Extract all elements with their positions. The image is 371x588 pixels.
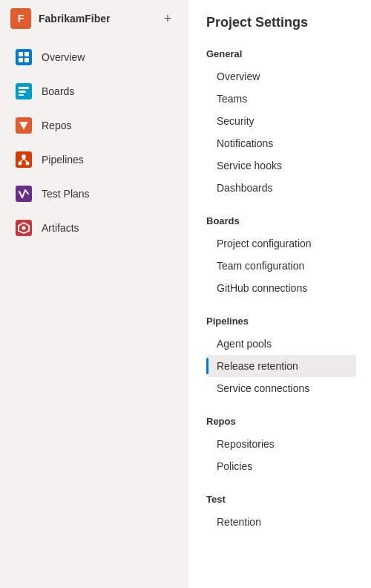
settings-item-notifications[interactable]: Notifications [206,132,356,154]
svg-point-19 [22,226,26,230]
svg-rect-10 [16,151,32,168]
settings-item-project-config[interactable]: Project configuration [206,232,356,255]
pipelines-icon [15,151,33,169]
section-pipelines: Pipelines Agent pools Release retention … [206,313,356,399]
sidebar-item-overview[interactable]: Overview [4,41,184,74]
testplans-icon [15,185,33,203]
svg-rect-7 [19,91,26,93]
svg-rect-0 [16,49,32,65]
settings-item-security[interactable]: Security [206,110,356,132]
add-project-button[interactable]: + [157,8,178,29]
svg-point-11 [22,154,26,159]
section-test: Test Retention [206,491,356,533]
settings-item-teams[interactable]: Teams [206,88,356,110]
sidebar-item-label: Overview [42,51,85,63]
overview-icon [15,48,33,66]
sidebar: F FabrikamFiber + Overview [0,0,188,588]
sidebar-item-pipelines[interactable]: Pipelines [4,143,184,176]
sidebar-item-testplans[interactable]: Test Plans [4,177,184,210]
settings-item-release-retention[interactable]: Release retention [206,355,356,377]
panel-title: Project Settings [206,15,356,30]
sidebar-header: F FabrikamFiber + [0,0,188,37]
settings-item-agent-pools[interactable]: Agent pools [206,333,356,355]
settings-item-team-config[interactable]: Team configuration [206,255,356,277]
section-boards: Boards Project configuration Team config… [206,212,356,299]
boards-icon [15,82,33,100]
svg-rect-2 [24,52,29,56]
section-repos: Repos Repositories Policies [206,413,356,477]
settings-item-policies[interactable]: Policies [206,455,356,477]
svg-rect-1 [19,52,23,56]
settings-item-github-connections[interactable]: GitHub connections [206,277,356,299]
svg-rect-3 [19,58,23,62]
section-general: General Overview Teams Security Notifica… [206,45,356,199]
section-header-pipelines: Pipelines [206,313,356,330]
settings-item-dashboards[interactable]: Dashboards [206,177,356,199]
section-header-test: Test [206,491,356,508]
sidebar-item-repos[interactable]: Repos [4,109,184,142]
section-header-boards: Boards [206,212,356,229]
settings-item-overview[interactable]: Overview [206,65,356,88]
sidebar-item-label: Repos [42,120,71,131]
repos-icon [15,117,33,134]
section-header-repos: Repos [206,413,356,430]
section-header-general: General [206,45,356,62]
sidebar-item-label: Boards [42,85,74,97]
settings-item-service-hooks[interactable]: Service hooks [206,154,356,177]
svg-rect-4 [24,58,29,62]
artifacts-icon [15,219,33,237]
settings-item-repositories[interactable]: Repositories [206,433,356,455]
sidebar-item-label: Artifacts [42,222,79,234]
brand-icon: F [10,8,31,29]
svg-rect-8 [19,94,24,96]
sidebar-item-artifacts[interactable]: Artifacts [4,212,184,244]
svg-point-12 [19,162,22,166]
settings-item-retention[interactable]: Retention [206,511,356,533]
brand-name: FabrikamFiber [39,13,110,24]
right-panel: Project Settings General Overview Teams … [188,0,371,588]
sidebar-item-label: Test Plans [42,188,90,200]
sidebar-nav: Overview Boards Repos [0,37,188,248]
sidebar-brand[interactable]: F FabrikamFiber [10,8,110,29]
svg-rect-6 [19,87,29,89]
sidebar-item-boards[interactable]: Boards [4,75,184,108]
settings-item-service-connections[interactable]: Service connections [206,377,356,399]
svg-point-13 [26,162,30,166]
sidebar-item-label: Pipelines [42,154,84,166]
